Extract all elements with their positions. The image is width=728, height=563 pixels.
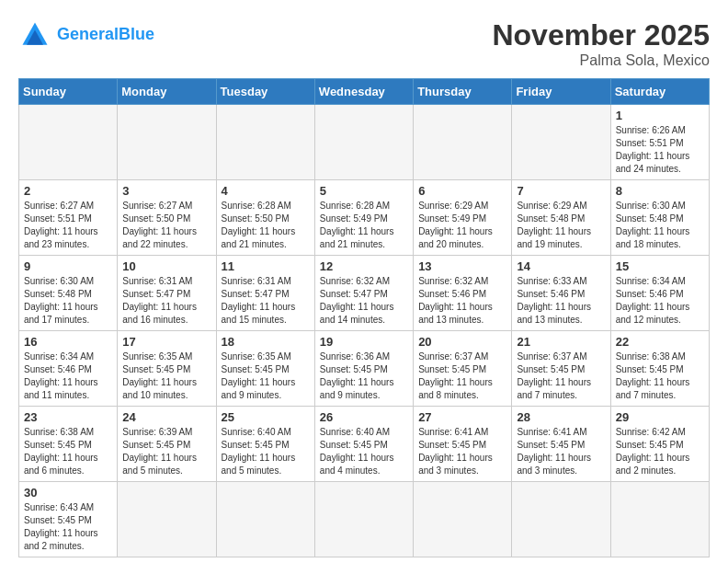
calendar-cell: 20Sunrise: 6:37 AM Sunset: 5:45 PM Dayli… [414, 331, 512, 407]
day-number: 7 [517, 184, 605, 198]
day-info: Sunrise: 6:29 AM Sunset: 5:49 PM Dayligh… [418, 200, 506, 251]
day-number: 17 [122, 335, 210, 349]
calendar-cell: 26Sunrise: 6:40 AM Sunset: 5:45 PM Dayli… [314, 407, 413, 482]
calendar-cell [216, 105, 314, 180]
day-info: Sunrise: 6:33 AM Sunset: 5:46 PM Dayligh… [517, 275, 605, 327]
day-info: Sunrise: 6:39 AM Sunset: 5:45 PM Dayligh… [122, 426, 210, 477]
calendar-cell [19, 105, 118, 180]
calendar-cell: 13Sunrise: 6:32 AM Sunset: 5:46 PM Dayli… [414, 256, 512, 331]
day-info: Sunrise: 6:36 AM Sunset: 5:45 PM Dayligh… [320, 350, 408, 402]
day-info: Sunrise: 6:26 AM Sunset: 5:51 PM Dayligh… [616, 124, 704, 176]
calendar-cell [118, 482, 216, 557]
col-header-friday: Friday [512, 79, 610, 105]
calendar-cell: 12Sunrise: 6:32 AM Sunset: 5:47 PM Dayli… [314, 256, 413, 331]
day-number: 26 [320, 410, 408, 424]
calendar-cell: 15Sunrise: 6:34 AM Sunset: 5:46 PM Dayli… [610, 256, 709, 331]
day-number: 1 [616, 109, 704, 122]
day-number: 30 [24, 486, 112, 500]
calendar-header-row: SundayMondayTuesdayWednesdayThursdayFrid… [19, 79, 710, 105]
day-info: Sunrise: 6:37 AM Sunset: 5:45 PM Dayligh… [418, 350, 506, 402]
logo: GeneralBlue [18, 18, 154, 52]
calendar-cell: 8Sunrise: 6:30 AM Sunset: 5:48 PM Daylig… [610, 180, 709, 256]
day-number: 23 [24, 410, 112, 424]
logo-text: GeneralBlue [57, 26, 154, 44]
day-info: Sunrise: 6:28 AM Sunset: 5:50 PM Dayligh… [222, 200, 310, 251]
calendar: SundayMondayTuesdayWednesdayThursdayFrid… [18, 78, 710, 557]
day-number: 10 [122, 259, 210, 273]
day-info: Sunrise: 6:35 AM Sunset: 5:45 PM Dayligh… [222, 350, 310, 402]
calendar-week-row: 16Sunrise: 6:34 AM Sunset: 5:46 PM Dayli… [19, 331, 710, 407]
calendar-cell: 6Sunrise: 6:29 AM Sunset: 5:49 PM Daylig… [414, 180, 512, 256]
day-info: Sunrise: 6:28 AM Sunset: 5:49 PM Dayligh… [320, 200, 408, 251]
calendar-cell: 27Sunrise: 6:41 AM Sunset: 5:45 PM Dayli… [414, 407, 512, 482]
calendar-cell [314, 482, 413, 557]
calendar-cell: 3Sunrise: 6:27 AM Sunset: 5:50 PM Daylig… [118, 180, 216, 256]
day-number: 15 [616, 259, 704, 273]
calendar-cell [314, 105, 413, 180]
day-info: Sunrise: 6:41 AM Sunset: 5:45 PM Dayligh… [418, 426, 506, 477]
day-info: Sunrise: 6:27 AM Sunset: 5:51 PM Dayligh… [24, 200, 112, 251]
day-number: 25 [222, 410, 310, 424]
calendar-cell [414, 105, 512, 180]
calendar-cell: 4Sunrise: 6:28 AM Sunset: 5:50 PM Daylig… [216, 180, 314, 256]
day-number: 11 [222, 259, 310, 273]
calendar-cell: 23Sunrise: 6:38 AM Sunset: 5:45 PM Dayli… [19, 407, 118, 482]
day-number: 14 [517, 259, 605, 273]
day-info: Sunrise: 6:38 AM Sunset: 5:45 PM Dayligh… [616, 350, 704, 402]
page-header: GeneralBlue November 2025 Palma Sola, Me… [18, 18, 710, 69]
calendar-cell: 19Sunrise: 6:36 AM Sunset: 5:45 PM Dayli… [314, 331, 413, 407]
day-info: Sunrise: 6:29 AM Sunset: 5:48 PM Dayligh… [517, 200, 605, 251]
day-info: Sunrise: 6:30 AM Sunset: 5:48 PM Dayligh… [616, 200, 704, 251]
calendar-cell [512, 105, 610, 180]
day-info: Sunrise: 6:40 AM Sunset: 5:45 PM Dayligh… [222, 426, 310, 477]
calendar-cell: 30Sunrise: 6:43 AM Sunset: 5:45 PM Dayli… [19, 482, 118, 557]
day-number: 5 [320, 184, 408, 198]
calendar-cell: 25Sunrise: 6:40 AM Sunset: 5:45 PM Dayli… [216, 407, 314, 482]
col-header-monday: Monday [118, 79, 216, 105]
day-number: 27 [418, 410, 506, 424]
day-number: 12 [320, 259, 408, 273]
calendar-cell: 2Sunrise: 6:27 AM Sunset: 5:51 PM Daylig… [19, 180, 118, 256]
day-number: 16 [24, 335, 112, 349]
calendar-week-row: 30Sunrise: 6:43 AM Sunset: 5:45 PM Dayli… [19, 482, 710, 557]
logo-blue: Blue [119, 25, 154, 43]
day-number: 4 [222, 184, 310, 198]
day-info: Sunrise: 6:42 AM Sunset: 5:45 PM Dayligh… [616, 426, 704, 477]
col-header-tuesday: Tuesday [216, 79, 314, 105]
calendar-cell: 11Sunrise: 6:31 AM Sunset: 5:47 PM Dayli… [216, 256, 314, 331]
day-info: Sunrise: 6:34 AM Sunset: 5:46 PM Dayligh… [616, 275, 704, 327]
day-number: 6 [418, 184, 506, 198]
calendar-cell: 24Sunrise: 6:39 AM Sunset: 5:45 PM Dayli… [118, 407, 216, 482]
day-number: 18 [222, 335, 310, 349]
day-number: 24 [122, 410, 210, 424]
calendar-cell [610, 482, 709, 557]
day-info: Sunrise: 6:30 AM Sunset: 5:48 PM Dayligh… [24, 275, 112, 327]
month-title: November 2025 [492, 18, 710, 52]
calendar-cell: 7Sunrise: 6:29 AM Sunset: 5:48 PM Daylig… [512, 180, 610, 256]
logo-general: General [57, 25, 119, 43]
calendar-cell: 5Sunrise: 6:28 AM Sunset: 5:49 PM Daylig… [314, 180, 413, 256]
calendar-cell: 21Sunrise: 6:37 AM Sunset: 5:45 PM Dayli… [512, 331, 610, 407]
day-info: Sunrise: 6:37 AM Sunset: 5:45 PM Dayligh… [517, 350, 605, 402]
calendar-cell: 18Sunrise: 6:35 AM Sunset: 5:45 PM Dayli… [216, 331, 314, 407]
day-number: 13 [418, 259, 506, 273]
calendar-cell: 28Sunrise: 6:41 AM Sunset: 5:45 PM Dayli… [512, 407, 610, 482]
day-info: Sunrise: 6:38 AM Sunset: 5:45 PM Dayligh… [24, 426, 112, 477]
calendar-cell [118, 105, 216, 180]
day-number: 21 [517, 335, 605, 349]
day-number: 22 [616, 335, 704, 349]
calendar-week-row: 23Sunrise: 6:38 AM Sunset: 5:45 PM Dayli… [19, 407, 710, 482]
day-info: Sunrise: 6:34 AM Sunset: 5:46 PM Dayligh… [24, 350, 112, 402]
day-number: 3 [122, 184, 210, 198]
calendar-cell: 29Sunrise: 6:42 AM Sunset: 5:45 PM Dayli… [610, 407, 709, 482]
day-number: 8 [616, 184, 704, 198]
day-info: Sunrise: 6:43 AM Sunset: 5:45 PM Dayligh… [24, 501, 112, 553]
calendar-week-row: 9Sunrise: 6:30 AM Sunset: 5:48 PM Daylig… [19, 256, 710, 331]
col-header-sunday: Sunday [19, 79, 118, 105]
day-number: 9 [24, 259, 112, 273]
calendar-week-row: 2Sunrise: 6:27 AM Sunset: 5:51 PM Daylig… [19, 180, 710, 256]
day-number: 29 [616, 410, 704, 424]
logo-icon [18, 18, 51, 52]
day-info: Sunrise: 6:31 AM Sunset: 5:47 PM Dayligh… [222, 275, 310, 327]
day-number: 19 [320, 335, 408, 349]
